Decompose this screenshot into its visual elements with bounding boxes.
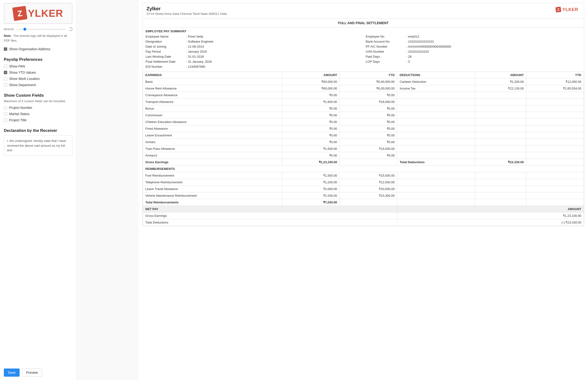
checkbox-label: Show Organisation Address	[9, 47, 51, 51]
table-cell	[397, 179, 475, 186]
table-cell: Conveyance Allowance	[143, 92, 282, 99]
summary-title: EMPLOYEE PAY SUMMARY	[143, 28, 584, 34]
table-cell: Bonus	[143, 105, 282, 112]
table-cell: Gross Earnings	[143, 159, 282, 166]
payslip-prefs-title: Payslip Preferences	[4, 57, 72, 62]
company-name: Zylker	[147, 6, 227, 12]
table-cell: Total Deductions	[143, 219, 397, 226]
table-cell: ₹0.00	[340, 139, 397, 146]
checkbox-label: Project Title	[9, 118, 27, 122]
summary-row: LOP Days3	[366, 59, 581, 64]
table-row: Telephone Reimbursement₹1,200.00₹12,000.…	[143, 179, 584, 186]
table-cell: ₹0.00	[282, 152, 340, 159]
table-cell: ₹7,030.00	[282, 199, 340, 206]
summary-key: Employee Name	[146, 35, 186, 38]
table-cell: ₹0.00	[282, 125, 340, 132]
table-cell: Children Education Allowance	[143, 119, 282, 125]
table-cell	[526, 99, 584, 105]
table-cell: REIMBURSEMENTS	[143, 166, 584, 172]
table-cell	[397, 132, 475, 139]
summary-value: 3	[406, 60, 410, 63]
table-cell: ₹12,000.00	[340, 179, 397, 186]
save-button[interactable]: Save	[4, 368, 20, 377]
net-row: Gross Earnings₹1,23,100.00	[143, 212, 584, 219]
table-cell: ₹0.00	[340, 119, 397, 125]
table-cell: ₹15,000.00	[340, 146, 397, 152]
summary-row: ESI Number1234567890	[146, 64, 361, 69]
custom-field-checkbox-1[interactable]: Marital Status	[4, 112, 72, 116]
table-cell: (-) ₹23,330.00	[397, 219, 584, 226]
resize-label: RESIZE	[4, 28, 14, 31]
table-row: Fuel Reimbursement₹1,500.00₹15,000.00	[143, 172, 584, 179]
table-cell	[397, 152, 475, 159]
custom-field-checkbox-2[interactable]: Project Title	[4, 118, 72, 122]
net-pay-header: NET PAYAMOUNT	[143, 206, 584, 212]
table-cell: Telephone Reimbursement	[143, 179, 282, 186]
pref-checkbox-2[interactable]: Show Work Location	[4, 77, 72, 81]
pref-checkbox-1[interactable]: ✓Show YTD Values	[4, 71, 72, 75]
summary-key: Paid Days :	[366, 55, 406, 58]
table-cell: ₹22,130.00	[475, 85, 526, 92]
summary-key: Date of Joining	[146, 45, 186, 48]
table-cell	[475, 132, 526, 139]
table-cell: ₹0.00	[340, 92, 397, 99]
logo-text: YLKER	[562, 7, 578, 12]
summary-value: AA/AAA/0000000/000/0000000	[406, 45, 451, 48]
declaration-textarea[interactable]: I, the undersigned, hereby state that I …	[4, 135, 72, 156]
table-cell	[526, 172, 584, 179]
logo-upload-box[interactable]: Z YLKER	[4, 3, 72, 24]
custom-field-checkbox-0[interactable]: Project Number	[4, 106, 72, 110]
table-row: Transport Allowance₹1,600.00₹16,000.00	[143, 99, 584, 105]
table-cell	[397, 199, 475, 206]
doc-logo: Z YLKER	[554, 6, 580, 13]
table-cell: ₹1,200.00	[475, 78, 526, 85]
table-cell: ₹23,300.00	[340, 192, 397, 199]
table-cell: ₹0.00	[340, 112, 397, 119]
summary-value: emp012	[406, 35, 419, 38]
summary-value: 31-01-2018	[186, 55, 204, 58]
pref-checkbox-3[interactable]: Show Department	[4, 83, 72, 87]
col-ded-ytd: YTD	[526, 72, 584, 78]
table-cell: Basic	[143, 78, 282, 85]
table-cell: Total Deductions	[397, 159, 475, 166]
table-cell	[397, 172, 475, 179]
table-cell	[526, 152, 584, 159]
table-cell	[397, 192, 475, 199]
table-cell	[397, 99, 475, 105]
preview-button[interactable]: Preview	[22, 368, 42, 377]
doc-header: Zylker 23 Int Street Anna Salai Chennai …	[143, 3, 584, 19]
table-cell	[340, 199, 397, 206]
table-row: Leave Travel Allowance₹2,000.00₹20,000.0…	[143, 186, 584, 192]
table-cell: Fuel Reimbursement	[143, 172, 282, 179]
table-cell: Transport Allowance	[143, 99, 282, 105]
custom-fields-sub: Maximum of 5 custom fields can be includ…	[4, 99, 72, 103]
resize-row: RESIZE	[4, 27, 72, 31]
table-cell: ₹0.00	[282, 92, 340, 99]
table-cell	[397, 139, 475, 146]
logo-text: YLKER	[28, 8, 63, 19]
checkbox-label: Show PAN	[9, 64, 25, 68]
summary-value: 31 January, 2018	[186, 60, 212, 63]
summary-row: Bank Account No101010101010101	[366, 39, 581, 44]
summary-value: Preet Setty	[186, 35, 203, 38]
pref-checkbox-0[interactable]: Show PAN	[4, 64, 72, 68]
net-row: Total Deductions(-) ₹23,330.00	[143, 219, 584, 226]
table-cell	[526, 146, 584, 152]
table-cell	[526, 159, 584, 166]
table-cell: ₹6,00,000.00	[340, 85, 397, 92]
button-bar: Save Preview	[4, 365, 72, 380]
table-cell: ₹0.00	[340, 132, 397, 139]
summary-key: Last Working Date	[146, 55, 186, 58]
summary-row: DesignationSoftware Engineer	[146, 39, 361, 44]
table-cell: Gross Earnings	[143, 212, 397, 219]
table-cell	[397, 146, 475, 152]
summary-row: Paid Days :28	[366, 54, 581, 59]
col-amount: AMOUNT	[282, 72, 340, 78]
checkbox-org-address[interactable]: ✓ Show Organisation Address	[4, 47, 72, 51]
table-cell	[475, 112, 526, 119]
checkbox-icon	[4, 65, 7, 68]
table-cell	[475, 192, 526, 199]
refresh-icon[interactable]	[69, 27, 72, 31]
table-row: Children Education Allowance₹0.00₹0.00	[143, 119, 584, 125]
resize-slider[interactable]	[17, 29, 66, 30]
